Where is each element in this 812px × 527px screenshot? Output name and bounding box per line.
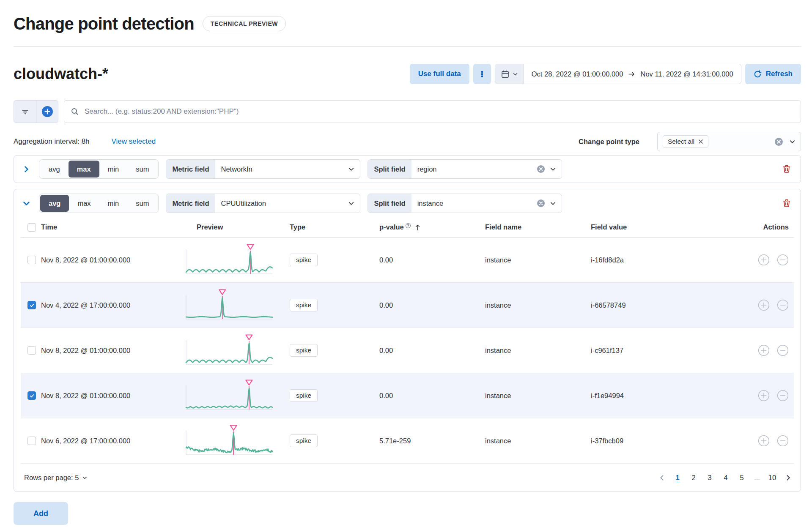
page-number-last[interactable]: 10 [766, 472, 779, 483]
table-row: Nov 8, 2022 @ 01:00:00.000 spike 0.00 in… [21, 238, 794, 283]
filter-out-value-button[interactable] [777, 390, 789, 401]
clear-icon[interactable] [537, 199, 545, 208]
rows-per-page-button[interactable]: Rows per page: 5 [21, 474, 88, 482]
change-point-type-combobox[interactable]: Select all [657, 132, 801, 151]
filter-out-value-button[interactable] [777, 435, 789, 447]
filter-out-value-button[interactable] [777, 254, 789, 266]
chevron-left-icon [658, 474, 666, 481]
agg-option-sum[interactable]: sum [127, 161, 157, 177]
filter-for-value-button[interactable] [758, 435, 770, 447]
selected-type-pill[interactable]: Select all [663, 135, 708, 148]
chevron-right-icon [22, 165, 30, 173]
col-header-type: Type [283, 223, 376, 231]
split-field-label: Split field [368, 160, 411, 178]
filter-button-group [14, 100, 58, 123]
agg-function-group: avg max min sum [39, 194, 159, 213]
agg-option-avg[interactable]: avg [40, 195, 69, 212]
chevron-down-icon[interactable] [348, 166, 354, 172]
clear-icon[interactable] [774, 137, 783, 146]
row-pvalue: 5.71e-259 [376, 437, 482, 445]
row-field-name: instance [482, 392, 587, 400]
row-checkbox[interactable] [27, 256, 36, 264]
filter-options-button[interactable] [14, 101, 36, 123]
split-field-select[interactable]: instance [411, 194, 537, 213]
select-all-checkbox[interactable] [27, 223, 36, 232]
agg-option-min[interactable]: min [99, 195, 128, 212]
agg-function-group: avg max min sum [39, 159, 159, 179]
col-header-pvalue[interactable]: p-value [376, 223, 482, 231]
filter-for-value-button[interactable] [758, 344, 770, 356]
agg-option-max[interactable]: max [69, 161, 99, 177]
metric-field-select[interactable]: NetworkIn [215, 160, 348, 178]
add-filter-button[interactable] [36, 101, 58, 123]
preview-sparkline-chart [183, 243, 276, 276]
table-row: Nov 8, 2022 @ 01:00:00.000 spike 0.00 in… [21, 373, 794, 418]
metric-field-select[interactable]: CPUUtilization [215, 194, 348, 213]
filter-for-value-button[interactable] [758, 254, 770, 266]
split-field-control: Split field region [368, 159, 562, 179]
cross-icon[interactable] [698, 139, 703, 144]
view-selected-link[interactable]: View selected [112, 137, 156, 146]
page-number[interactable]: 4 [719, 472, 732, 483]
refresh-button[interactable]: Refresh [745, 64, 801, 84]
delete-config-button[interactable] [779, 162, 794, 176]
collapse-toggle-button[interactable] [21, 198, 32, 209]
filter-for-value-button[interactable] [758, 299, 770, 311]
filter-out-value-button[interactable] [777, 344, 789, 356]
split-field-control: Split field instance [368, 194, 562, 213]
row-time: Nov 6, 2022 @ 17:00:00.000 [38, 437, 169, 445]
agg-option-max[interactable]: max [69, 195, 99, 212]
refresh-icon [754, 70, 762, 78]
delete-config-button[interactable] [779, 196, 794, 210]
page-number[interactable]: 2 [687, 472, 700, 483]
page-number[interactable]: 1 [671, 472, 684, 483]
pagination-ellipsis: ... [752, 474, 763, 482]
filter-out-value-button[interactable] [777, 299, 789, 311]
date-range-picker[interactable]: Oct 28, 2022 @ 01:00:00.000 Nov 11, 2022… [495, 64, 741, 84]
previous-page-button[interactable] [656, 472, 668, 483]
aggregation-row: Aggregation interval: 8h View selected C… [14, 134, 801, 149]
date-end[interactable]: Nov 11, 2022 @ 14:31:00.000 [640, 70, 733, 78]
row-pvalue: 0.00 [376, 392, 482, 400]
chevron-down-icon[interactable] [789, 139, 796, 145]
split-field-label: Split field [368, 194, 411, 213]
row-checkbox[interactable] [27, 437, 36, 445]
split-field-select[interactable]: region [411, 160, 537, 178]
row-field-value: i-66578749 [587, 301, 731, 309]
add-config-button[interactable]: Add [14, 502, 68, 525]
agg-option-sum[interactable]: sum [127, 195, 157, 212]
search-input[interactable] [64, 100, 801, 123]
search-box [64, 100, 801, 123]
next-page-button[interactable] [782, 472, 794, 483]
type-badge: spike [290, 389, 318, 402]
selected-type-label: Select all [668, 138, 694, 145]
chevron-down-icon[interactable] [550, 166, 556, 172]
chevron-down-icon[interactable] [348, 200, 354, 207]
agg-option-min[interactable]: min [99, 161, 128, 177]
clear-icon[interactable] [537, 165, 545, 173]
row-pvalue: 0.00 [376, 256, 482, 264]
row-checkbox[interactable] [27, 391, 36, 400]
preview-sparkline-chart [183, 334, 276, 367]
date-picker-quick-menu[interactable] [495, 64, 524, 84]
table-row: Nov 4, 2022 @ 17:00:00.000 spike 0.00 in… [21, 283, 794, 328]
row-time: Nov 8, 2022 @ 01:00:00.000 [38, 392, 169, 400]
row-pvalue: 0.00 [376, 347, 482, 355]
table-footer: Rows per page: 5 1 2 3 4 5 ... 10 [21, 464, 794, 492]
change-point-type-label: Change point type [579, 138, 639, 146]
row-checkbox[interactable] [27, 301, 36, 309]
row-checkbox[interactable] [27, 346, 36, 355]
page-number[interactable]: 3 [703, 472, 716, 483]
table-row: Nov 6, 2022 @ 17:00:00.000 spike 5.71e-2… [21, 418, 794, 464]
agg-option-avg[interactable]: avg [40, 161, 69, 177]
page-number[interactable]: 5 [735, 472, 748, 483]
preview-sparkline-chart [183, 424, 276, 457]
expand-toggle-button[interactable] [21, 164, 32, 175]
filter-for-value-button[interactable] [758, 390, 770, 401]
apply-time-range-button[interactable] [473, 64, 491, 84]
chevron-down-icon[interactable] [550, 200, 556, 207]
date-start[interactable]: Oct 28, 2022 @ 01:00:00.000 [532, 70, 623, 78]
use-full-data-button[interactable]: Use full data [410, 64, 469, 84]
help-icon [405, 223, 411, 229]
row-field-name: instance [482, 347, 587, 355]
